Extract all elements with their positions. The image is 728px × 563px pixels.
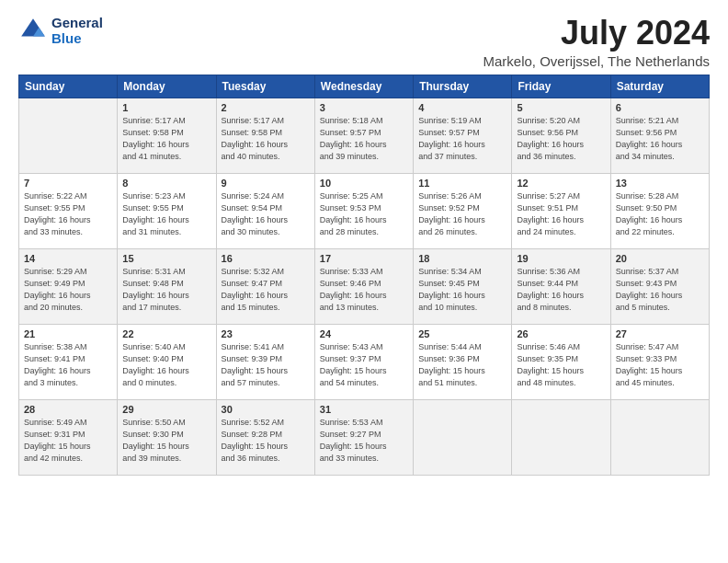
day-info: Sunrise: 5:53 AM Sunset: 9:27 PM Dayligh… bbox=[320, 417, 408, 465]
header-sunday: Sunday bbox=[19, 75, 118, 98]
day-number: 18 bbox=[418, 253, 506, 264]
cell-3-5: 18Sunrise: 5:34 AM Sunset: 9:45 PM Dayli… bbox=[414, 248, 512, 324]
day-number: 8 bbox=[122, 178, 210, 189]
day-info: Sunrise: 5:43 AM Sunset: 9:37 PM Dayligh… bbox=[320, 341, 408, 389]
day-number: 6 bbox=[616, 102, 704, 113]
cell-1-6: 5Sunrise: 5:20 AM Sunset: 9:56 PM Daylig… bbox=[512, 98, 610, 173]
logo: General Blue bbox=[18, 15, 103, 47]
day-info: Sunrise: 5:49 AM Sunset: 9:31 PM Dayligh… bbox=[24, 417, 112, 465]
week-row-1: 1Sunrise: 5:17 AM Sunset: 9:58 PM Daylig… bbox=[19, 98, 710, 173]
main-title: July 2024 bbox=[483, 15, 711, 52]
cell-2-1: 7Sunrise: 5:22 AM Sunset: 9:55 PM Daylig… bbox=[19, 173, 118, 248]
day-info: Sunrise: 5:23 AM Sunset: 9:55 PM Dayligh… bbox=[122, 190, 210, 238]
cell-5-6 bbox=[512, 399, 610, 475]
day-number: 5 bbox=[517, 102, 605, 113]
day-number: 23 bbox=[222, 328, 310, 339]
day-info: Sunrise: 5:20 AM Sunset: 9:56 PM Dayligh… bbox=[517, 115, 605, 163]
cell-4-3: 23Sunrise: 5:41 AM Sunset: 9:39 PM Dayli… bbox=[216, 324, 314, 399]
day-number: 26 bbox=[517, 328, 605, 339]
day-info: Sunrise: 5:25 AM Sunset: 9:53 PM Dayligh… bbox=[320, 190, 408, 238]
logo-text: General Blue bbox=[51, 15, 103, 47]
day-info: Sunrise: 5:47 AM Sunset: 9:33 PM Dayligh… bbox=[616, 341, 704, 389]
day-info: Sunrise: 5:26 AM Sunset: 9:52 PM Dayligh… bbox=[418, 190, 506, 238]
day-info: Sunrise: 5:46 AM Sunset: 9:35 PM Dayligh… bbox=[517, 341, 605, 389]
cell-3-4: 17Sunrise: 5:33 AM Sunset: 9:46 PM Dayli… bbox=[314, 248, 413, 324]
cell-4-6: 26Sunrise: 5:46 AM Sunset: 9:35 PM Dayli… bbox=[512, 324, 610, 399]
day-number: 21 bbox=[24, 328, 112, 339]
header-friday: Friday bbox=[512, 75, 610, 98]
header-wednesday: Wednesday bbox=[314, 75, 413, 98]
cell-4-5: 25Sunrise: 5:44 AM Sunset: 9:36 PM Dayli… bbox=[414, 324, 512, 399]
day-info: Sunrise: 5:52 AM Sunset: 9:28 PM Dayligh… bbox=[222, 417, 310, 465]
cell-1-2: 1Sunrise: 5:17 AM Sunset: 9:58 PM Daylig… bbox=[118, 98, 216, 173]
day-number: 30 bbox=[222, 404, 310, 415]
day-info: Sunrise: 5:50 AM Sunset: 9:30 PM Dayligh… bbox=[122, 417, 210, 465]
header-row: SundayMondayTuesdayWednesdayThursdayFrid… bbox=[19, 75, 710, 98]
day-number: 1 bbox=[122, 102, 210, 113]
day-number: 12 bbox=[517, 178, 605, 189]
cell-4-2: 22Sunrise: 5:40 AM Sunset: 9:40 PM Dayli… bbox=[118, 324, 216, 399]
page: General Blue July 2024 Markelo, Overijss… bbox=[0, 0, 728, 563]
cell-2-4: 10Sunrise: 5:25 AM Sunset: 9:53 PM Dayli… bbox=[314, 173, 413, 248]
week-row-5: 28Sunrise: 5:49 AM Sunset: 9:31 PM Dayli… bbox=[19, 399, 710, 475]
day-number: 20 bbox=[616, 253, 704, 264]
day-info: Sunrise: 5:40 AM Sunset: 9:40 PM Dayligh… bbox=[122, 341, 210, 389]
day-info: Sunrise: 5:22 AM Sunset: 9:55 PM Dayligh… bbox=[24, 190, 112, 238]
cell-4-7: 27Sunrise: 5:47 AM Sunset: 9:33 PM Dayli… bbox=[610, 324, 709, 399]
logo-line2: Blue bbox=[51, 30, 103, 46]
day-number: 13 bbox=[616, 178, 704, 189]
day-info: Sunrise: 5:19 AM Sunset: 9:57 PM Dayligh… bbox=[418, 115, 506, 163]
logo-icon bbox=[18, 16, 48, 45]
cell-2-5: 11Sunrise: 5:26 AM Sunset: 9:52 PM Dayli… bbox=[414, 173, 512, 248]
day-info: Sunrise: 5:33 AM Sunset: 9:46 PM Dayligh… bbox=[320, 266, 408, 314]
cell-2-2: 8Sunrise: 5:23 AM Sunset: 9:55 PM Daylig… bbox=[118, 173, 216, 248]
header-monday: Monday bbox=[118, 75, 216, 98]
day-info: Sunrise: 5:17 AM Sunset: 9:58 PM Dayligh… bbox=[222, 115, 310, 163]
day-number: 29 bbox=[122, 404, 210, 415]
cell-2-6: 12Sunrise: 5:27 AM Sunset: 9:51 PM Dayli… bbox=[512, 173, 610, 248]
cell-3-2: 15Sunrise: 5:31 AM Sunset: 9:48 PM Dayli… bbox=[118, 248, 216, 324]
week-row-4: 21Sunrise: 5:38 AM Sunset: 9:41 PM Dayli… bbox=[19, 324, 710, 399]
title-block: July 2024 Markelo, Overijssel, The Nethe… bbox=[483, 15, 711, 69]
day-number: 4 bbox=[418, 102, 506, 113]
day-number: 15 bbox=[122, 253, 210, 264]
day-number: 28 bbox=[24, 404, 112, 415]
cell-5-7 bbox=[610, 399, 709, 475]
day-info: Sunrise: 5:24 AM Sunset: 9:54 PM Dayligh… bbox=[222, 190, 310, 238]
cell-3-1: 14Sunrise: 5:29 AM Sunset: 9:49 PM Dayli… bbox=[19, 248, 118, 324]
day-number: 25 bbox=[418, 328, 506, 339]
cell-5-4: 31Sunrise: 5:53 AM Sunset: 9:27 PM Dayli… bbox=[314, 399, 413, 475]
day-info: Sunrise: 5:18 AM Sunset: 9:57 PM Dayligh… bbox=[320, 115, 408, 163]
cell-1-4: 3Sunrise: 5:18 AM Sunset: 9:57 PM Daylig… bbox=[314, 98, 413, 173]
day-number: 9 bbox=[222, 178, 310, 189]
cell-4-1: 21Sunrise: 5:38 AM Sunset: 9:41 PM Dayli… bbox=[19, 324, 118, 399]
day-info: Sunrise: 5:29 AM Sunset: 9:49 PM Dayligh… bbox=[24, 266, 112, 314]
day-info: Sunrise: 5:44 AM Sunset: 9:36 PM Dayligh… bbox=[418, 341, 506, 389]
cell-5-1: 28Sunrise: 5:49 AM Sunset: 9:31 PM Dayli… bbox=[19, 399, 118, 475]
day-number: 19 bbox=[517, 253, 605, 264]
header-saturday: Saturday bbox=[610, 75, 709, 98]
cell-3-6: 19Sunrise: 5:36 AM Sunset: 9:44 PM Dayli… bbox=[512, 248, 610, 324]
day-info: Sunrise: 5:32 AM Sunset: 9:47 PM Dayligh… bbox=[222, 266, 310, 314]
cell-5-2: 29Sunrise: 5:50 AM Sunset: 9:30 PM Dayli… bbox=[118, 399, 216, 475]
day-info: Sunrise: 5:36 AM Sunset: 9:44 PM Dayligh… bbox=[517, 266, 605, 314]
day-number: 2 bbox=[222, 102, 310, 113]
cell-3-3: 16Sunrise: 5:32 AM Sunset: 9:47 PM Dayli… bbox=[216, 248, 314, 324]
day-number: 11 bbox=[418, 178, 506, 189]
cell-1-3: 2Sunrise: 5:17 AM Sunset: 9:58 PM Daylig… bbox=[216, 98, 314, 173]
cell-1-1 bbox=[19, 98, 118, 173]
day-info: Sunrise: 5:41 AM Sunset: 9:39 PM Dayligh… bbox=[222, 341, 310, 389]
subtitle: Markelo, Overijssel, The Netherlands bbox=[483, 53, 711, 69]
day-info: Sunrise: 5:34 AM Sunset: 9:45 PM Dayligh… bbox=[418, 266, 506, 314]
cell-3-7: 20Sunrise: 5:37 AM Sunset: 9:43 PM Dayli… bbox=[610, 248, 709, 324]
day-number: 16 bbox=[222, 253, 310, 264]
day-number: 22 bbox=[122, 328, 210, 339]
header-thursday: Thursday bbox=[414, 75, 512, 98]
header-tuesday: Tuesday bbox=[216, 75, 314, 98]
day-number: 17 bbox=[320, 253, 408, 264]
day-number: 3 bbox=[320, 102, 408, 113]
day-info: Sunrise: 5:17 AM Sunset: 9:58 PM Dayligh… bbox=[122, 115, 210, 163]
cell-1-5: 4Sunrise: 5:19 AM Sunset: 9:57 PM Daylig… bbox=[414, 98, 512, 173]
cell-2-7: 13Sunrise: 5:28 AM Sunset: 9:50 PM Dayli… bbox=[610, 173, 709, 248]
cell-5-3: 30Sunrise: 5:52 AM Sunset: 9:28 PM Dayli… bbox=[216, 399, 314, 475]
